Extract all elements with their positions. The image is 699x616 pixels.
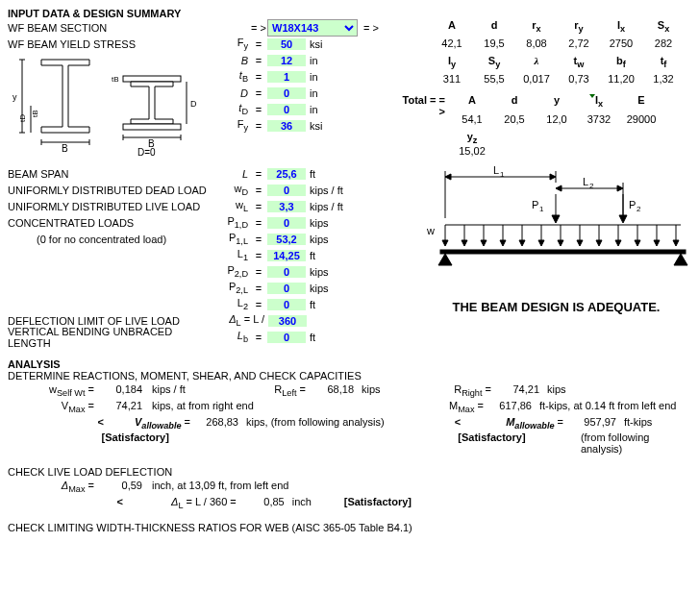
svg-rect-11 (123, 76, 181, 82)
svg-text:2: 2 (637, 205, 641, 213)
label-unbraced: VERTICAL BENDING UNBRACED LENGTH (8, 326, 214, 349)
val-wd[interactable]: 0 (267, 185, 306, 196)
label-yield: WF BEAM YIELD STRESS (8, 38, 214, 50)
svg-rect-12 (123, 124, 181, 130)
total-label: Total = = > (402, 94, 451, 156)
label-live: UNIFORMLY DISTRIBUTED LIVE LOAD (8, 201, 214, 212)
beam-section-select[interactable]: W18X143 (267, 19, 358, 37)
svg-rect-70 (440, 250, 686, 254)
beam-load-diagram: L 1 L 2 P 1 P 2 w (421, 165, 690, 281)
svg-marker-57 (558, 240, 563, 246)
val-p2d[interactable]: 0 (267, 266, 306, 278)
sat-2: [Satisfactory] (458, 431, 552, 455)
svg-text:L: L (583, 176, 588, 187)
sym-B: B (214, 55, 250, 66)
analysis-header: ANALYSIS (8, 358, 691, 370)
check-defl-header: CHECK LIVE LOAD DEFLECTION (8, 466, 691, 478)
svg-marker-63 (615, 240, 621, 246)
val-rright: 74,21 (491, 383, 539, 398)
section-header: INPUT DATA & DESIGN SUMMARY (8, 8, 691, 19)
sat-3: [Satisfactory] (331, 496, 412, 510)
val-Fy2[interactable]: 36 (267, 120, 306, 132)
val-tD[interactable]: 0 (267, 104, 306, 115)
sym-tD: tD (214, 102, 250, 116)
svg-text:P: P (629, 199, 636, 210)
val-defl[interactable]: 360 (268, 315, 307, 327)
sym-D: D (214, 87, 250, 99)
svg-text:P: P (532, 199, 538, 210)
arrow2: = > (358, 22, 385, 34)
svg-marker-35 (552, 215, 560, 223)
svg-marker-72 (674, 254, 687, 265)
val-vallow: 268,83 (190, 416, 238, 431)
svg-text:w: w (426, 225, 435, 236)
props-table-1: A d rx ry Ix Sx 42,1 19,5 8,08 2,72 2750… (431, 19, 685, 85)
svg-marker-71 (438, 254, 452, 265)
unit-B: in (306, 55, 353, 66)
svg-marker-59 (577, 240, 583, 246)
svg-marker-49 (481, 240, 487, 246)
svg-text:B: B (62, 143, 68, 154)
svg-text:tB: tB (112, 75, 119, 84)
unit-fy: ksi (306, 38, 353, 50)
conc-note: (0 for no concentrated load) (37, 234, 214, 245)
val-p1l[interactable]: 53,2 (267, 234, 306, 245)
val-L[interactable]: 25,6 (267, 168, 306, 180)
sat-1: [Satisfactory] (102, 431, 214, 455)
sym-wself: wSelf Wt = (8, 383, 94, 398)
svg-text:L: L (493, 165, 499, 176)
val-wl[interactable]: 3,3 (267, 201, 306, 212)
adequate-msg: THE BEAM DESIGN IS ADEQUATE. (421, 300, 691, 314)
val-l1[interactable]: 14,25 (267, 250, 306, 261)
svg-marker-55 (538, 240, 544, 246)
svg-marker-65 (635, 240, 640, 246)
sym-fy: Fy (214, 37, 250, 51)
val-tB[interactable]: 1 (267, 71, 306, 83)
svg-text:tB: tB (31, 110, 39, 117)
check-width-header: CHECK LIMITING WIDTH-THICKNESS RATIOS FO… (8, 522, 691, 533)
val-lb[interactable]: 0 (267, 332, 306, 343)
val-l2[interactable]: 0 (267, 299, 306, 310)
val-D[interactable]: 0 (267, 87, 306, 99)
svg-marker-30 (556, 185, 562, 191)
svg-text:D=0: D=0 (137, 147, 156, 158)
sym-L: L (214, 168, 250, 180)
svg-text:2: 2 (589, 182, 594, 190)
val-mallow: 957,97 (563, 416, 616, 431)
svg-text:D: D (190, 99, 197, 109)
svg-marker-24 (445, 174, 451, 180)
val-B[interactable]: 12 (267, 55, 306, 66)
svg-marker-51 (500, 240, 506, 246)
svg-marker-31 (617, 185, 623, 191)
svg-text:1: 1 (539, 205, 544, 213)
sym-tB: tB (214, 69, 250, 84)
val-p2l[interactable]: 0 (267, 283, 306, 294)
analysis-sub: DETERMINE REACTIONS, MOMENT, SHEAR, AND … (8, 370, 691, 382)
sym-Fy2: Fy (214, 118, 250, 133)
total-table: A d y Ix E 54,1 20,5 12,0 3732 29000 yz (451, 94, 662, 156)
svg-marker-69 (673, 240, 679, 246)
val-dL: 0,85 (237, 496, 285, 510)
beam-cross-section-diagram: y tD tB B (8, 52, 214, 158)
label-beam-section: WF BEAM SECTION (8, 22, 214, 34)
svg-marker-47 (462, 240, 467, 246)
val-p1d[interactable]: 0 (267, 217, 306, 229)
label-span: BEAM SPAN (8, 168, 214, 180)
val-fy[interactable]: 50 (267, 38, 306, 50)
svg-text:1: 1 (500, 170, 505, 179)
val-dmax: 0,59 (94, 480, 142, 494)
val-rleft: 68,18 (306, 383, 354, 398)
svg-marker-45 (442, 240, 448, 246)
svg-marker-25 (550, 174, 556, 180)
arrow1: = > (250, 22, 267, 34)
val-mmax: 617,86 (484, 400, 532, 414)
svg-marker-67 (654, 240, 660, 246)
svg-text:tD: tD (18, 114, 27, 122)
svg-text:y: y (12, 92, 17, 102)
val-wself: 0,184 (94, 383, 142, 398)
svg-marker-53 (519, 240, 525, 246)
val-vmax: 74,21 (94, 400, 142, 414)
label-dead: UNIFORMLY DISTRIBUTED DEAD LOAD (8, 185, 214, 196)
svg-marker-61 (596, 240, 602, 246)
svg-marker-39 (619, 215, 627, 223)
